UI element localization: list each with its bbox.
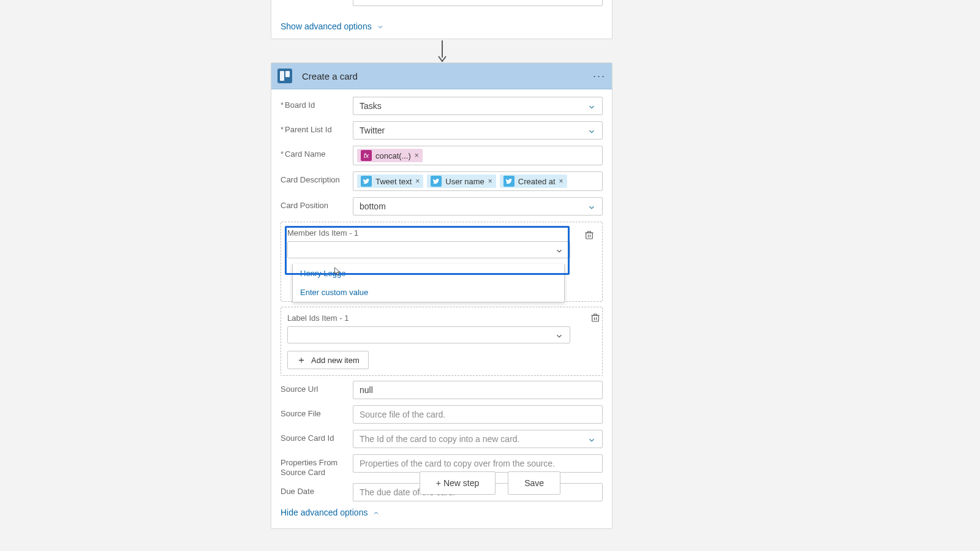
member-dropdown-list: Henry Legge Enter custom value [292, 264, 565, 302]
member-item-label: Member Ids Item - 1 [287, 228, 596, 238]
member-ids-panel: Member Ids Item - 1 Henry Legge Enter cu… [281, 222, 603, 302]
card-name-input[interactable]: fx concat(...) × [353, 146, 603, 165]
twitter-token-tweet-text[interactable]: Tweet text × [357, 174, 423, 188]
parent-list-label: Parent List Id [281, 121, 353, 135]
properties-input[interactable]: Properties of the card to copy over from… [353, 454, 603, 473]
board-id-label: Board Id [281, 97, 353, 110]
source-file-placeholder: Source file of the card. [360, 410, 445, 419]
action-title: Create a card [302, 71, 358, 81]
close-icon[interactable]: × [415, 177, 420, 186]
close-icon[interactable]: × [559, 177, 564, 186]
create-card-action: Create a card ··· Board Id Tasks Parent … [271, 62, 612, 529]
source-url-input[interactable]: null [353, 381, 603, 399]
chevron-down-icon [377, 23, 384, 30]
card-position-label: Card Position [281, 197, 353, 211]
token-label: Created at [518, 177, 556, 186]
close-icon[interactable]: × [415, 151, 419, 160]
fx-token-label: concat(...) [375, 151, 411, 160]
new-step-button[interactable]: + New step [420, 471, 496, 495]
label-ids-panel: Label Ids Item - 1 ＋ Add new item [281, 307, 603, 376]
card-position-value: bottom [360, 201, 386, 211]
add-item-label: Add new item [311, 356, 360, 365]
previous-action-input[interactable] [353, 0, 603, 6]
action-header[interactable]: Create a card ··· [271, 63, 612, 89]
fx-token-concat[interactable]: fx concat(...) × [357, 149, 423, 162]
board-id-value: Tasks [360, 101, 382, 111]
chevron-down-icon [587, 127, 596, 138]
save-button[interactable]: Save [508, 471, 560, 495]
card-desc-label: Card Description [281, 171, 353, 185]
show-advanced-toggle[interactable]: Show advanced options [281, 21, 384, 31]
delete-item-button[interactable] [590, 312, 603, 326]
source-url-value: null [360, 385, 373, 395]
card-position-select[interactable]: bottom [353, 197, 603, 216]
source-file-label: Source File [281, 405, 353, 419]
member-item-select[interactable] [287, 241, 570, 258]
action-menu-button[interactable]: ··· [593, 70, 606, 83]
chevron-up-icon [372, 509, 380, 516]
parent-list-select[interactable]: Twitter [353, 121, 603, 140]
twitter-icon [503, 176, 514, 187]
twitter-icon [361, 176, 372, 187]
delete-item-button[interactable] [584, 230, 597, 243]
hide-advanced-label: Hide advanced options [281, 508, 368, 517]
member-option-henry[interactable]: Henry Legge [293, 264, 564, 283]
svg-rect-2 [592, 315, 599, 321]
plus-icon: ＋ [296, 355, 306, 365]
chevron-down-icon [587, 103, 596, 113]
card-desc-input[interactable]: Tweet text × User name × Created at × [353, 171, 603, 191]
close-icon[interactable]: × [488, 177, 492, 186]
twitter-icon [431, 176, 442, 187]
member-option-custom[interactable]: Enter custom value [293, 283, 564, 302]
properties-placeholder: Properties of the card to copy over from… [360, 459, 555, 468]
add-new-item-button[interactable]: ＋ Add new item [287, 351, 369, 369]
source-file-input[interactable]: Source file of the card. [353, 405, 603, 424]
show-advanced-label: Show advanced options [281, 21, 372, 31]
parent-list-value: Twitter [360, 126, 385, 135]
flow-arrow-icon [437, 40, 447, 62]
card-name-label: Card Name [281, 146, 353, 159]
svg-rect-1 [586, 233, 593, 239]
previous-action-card: Show advanced options [271, 0, 612, 39]
hide-advanced-toggle[interactable]: Hide advanced options [281, 508, 603, 517]
twitter-token-user-name[interactable]: User name × [427, 174, 496, 188]
source-card-id-placeholder: The Id of the card to copy into a new ca… [360, 434, 519, 444]
source-url-label: Source Url [281, 381, 353, 394]
designer-footer: + New step Save [0, 471, 980, 495]
board-id-select[interactable]: Tasks [353, 97, 603, 115]
label-item-label: Label Ids Item - 1 [287, 313, 596, 323]
label-item-select[interactable] [287, 326, 570, 343]
chevron-down-icon [587, 203, 596, 214]
twitter-token-created-at[interactable]: Created at × [500, 174, 567, 188]
source-card-id-label: Source Card Id [281, 430, 353, 443]
chevron-down-icon [555, 332, 564, 342]
fx-icon: fx [361, 150, 372, 161]
token-label: User name [445, 177, 484, 186]
chevron-down-icon [587, 436, 596, 446]
source-card-id-select[interactable]: The Id of the card to copy into a new ca… [353, 430, 603, 448]
token-label: Tweet text [375, 177, 412, 186]
chevron-down-icon [555, 247, 564, 257]
trello-icon [277, 69, 292, 83]
